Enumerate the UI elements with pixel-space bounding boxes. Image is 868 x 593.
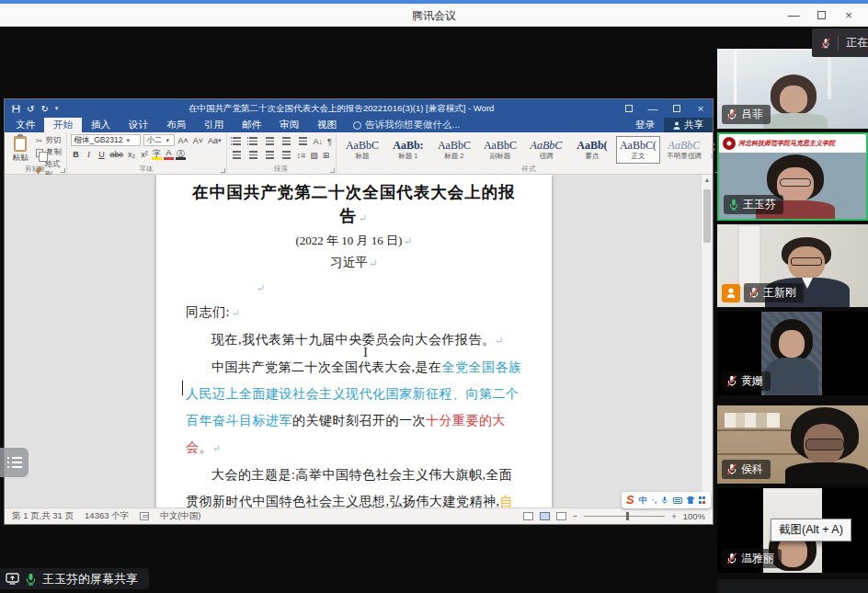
participant-video-wangyufen[interactable]: 河北科技师范学院马克思主义学院 王玉芬 (717, 132, 868, 221)
print-layout-icon[interactable] (540, 512, 550, 520)
meeting-toolbar[interactable]: 正在 (812, 29, 868, 57)
zoom-level[interactable]: 100% (683, 511, 705, 521)
dialog-launcher-icon[interactable] (221, 168, 225, 173)
vertical-scrollbar[interactable]: ▲ ▼ (701, 175, 712, 507)
character-border-button[interactable]: Ⓐ (176, 148, 186, 160)
save-icon[interactable] (12, 105, 20, 113)
style-不明显强调[interactable]: AaBbC不明显强调 (662, 136, 706, 164)
style-正文[interactable]: AaBbC(正文 (616, 136, 660, 164)
proofing-icon[interactable] (140, 512, 149, 520)
word-tab-开始[interactable]: 开始 (44, 118, 82, 132)
screen-share-banner[interactable]: 王玉芬的屏幕共享 (0, 568, 149, 589)
word-tab-审阅[interactable]: 审阅 (270, 118, 308, 132)
toolbox-icon[interactable] (699, 496, 706, 504)
participant-video-huangshan[interactable]: 黄姗 (717, 312, 868, 395)
participant-video-houke[interactable]: 侯科 (717, 405, 868, 484)
scrollbar-thumb[interactable] (703, 189, 711, 243)
maximize-button[interactable] (807, 4, 835, 27)
language-indicator[interactable]: 中文(中国) (160, 510, 200, 522)
word-tab-引用[interactable]: 引用 (195, 118, 233, 132)
dialog-launcher-icon[interactable] (330, 168, 335, 173)
voice-input-icon[interactable] (661, 496, 668, 505)
shading-icon[interactable]: ▨ (310, 150, 318, 161)
app-titlebar[interactable]: 腾讯会议 — × (0, 4, 868, 27)
style-副标题[interactable]: AaBbC副标题 (478, 136, 522, 164)
scroll-up-icon[interactable]: ▲ (702, 175, 713, 186)
dialog-launcher-icon[interactable] (61, 168, 65, 173)
style-标题 2[interactable]: AaBbC标题 2 (432, 136, 476, 164)
highlight-color-button[interactable]: 字 (152, 148, 162, 160)
word-titlebar[interactable]: ↺ ↻ ▾ 在中国共产党第二十次全国代表大会上的报告20221016(3)(1)… (5, 99, 713, 118)
sort-icon[interactable]: A↓ (314, 136, 324, 147)
participant-video-wangxingang[interactable]: 王新刚 (717, 224, 868, 307)
zoom-slider[interactable] (584, 516, 665, 517)
chinese-mode-icon[interactable]: 中 (639, 495, 647, 507)
style-要点[interactable]: AaBb(要点 (570, 136, 614, 164)
word-tab-插入[interactable]: 插入 (82, 118, 120, 132)
change-case-button[interactable]: Aa▾ (207, 134, 223, 146)
format-button-3[interactable]: abc (109, 148, 125, 160)
borders-icon[interactable]: ⊞ (323, 150, 330, 161)
skin-icon[interactable] (687, 496, 695, 504)
style-标题 1[interactable]: AaBb:标题 1 (386, 136, 430, 164)
redo-icon[interactable]: ↻ (40, 104, 48, 114)
copy-button[interactable]: 复制 (36, 147, 63, 158)
tell-me-box[interactable]: 告诉我你想要做什么... (346, 118, 467, 132)
word-tab-设计[interactable]: 设计 (120, 118, 157, 132)
participant-video-lvfei[interactable]: 吕菲 (717, 49, 868, 129)
undo-icon[interactable]: ↺ (27, 104, 34, 114)
word-count[interactable]: 14363 个字 (85, 510, 129, 522)
punctuation-icon[interactable]: ·, (652, 496, 657, 505)
input-method-toolbar[interactable]: S 中 ·, (622, 492, 711, 508)
line-spacing-icon[interactable]: ↕≡ (297, 150, 306, 161)
word-minimize-button[interactable]: — (641, 99, 665, 118)
share-button[interactable]: 共享 (664, 118, 713, 132)
font-size-select[interactable]: 小二▾ (143, 134, 175, 146)
align-center-icon[interactable] (247, 150, 259, 159)
word-close-button[interactable]: × (689, 99, 713, 118)
paste-button[interactable]: 粘贴 (8, 134, 32, 165)
shrink-font-button[interactable]: A˅ (192, 134, 204, 146)
minimize-button[interactable]: — (780, 4, 807, 27)
zoom-out-icon[interactable]: − (573, 511, 578, 521)
document-page[interactable]: 在中国共产党第二十次全国代表大会上的报告↵ (2022 年 10 月 16 日)… (156, 175, 552, 507)
style-标题[interactable]: AaBbC标题 (340, 136, 384, 164)
zoom-in-icon[interactable]: + (671, 511, 677, 521)
word-tab-邮件[interactable]: 邮件 (233, 118, 270, 132)
numbering-icon[interactable] (247, 136, 259, 145)
decrease-indent-icon[interactable] (280, 136, 292, 145)
close-button[interactable]: × (835, 4, 862, 27)
increase-indent-icon[interactable] (297, 136, 309, 145)
styles-gallery-scroll[interactable]: ▲▼≡ (710, 134, 717, 165)
sogou-logo-icon[interactable]: S (626, 493, 634, 507)
format-button-4[interactable]: x₂ (126, 148, 137, 160)
sign-in-button[interactable]: 登录 (626, 118, 664, 132)
format-button-2[interactable]: U (97, 148, 108, 160)
grow-font-button[interactable]: A˄ (177, 134, 189, 146)
format-button-1[interactable]: I (84, 148, 95, 160)
bullets-icon[interactable] (231, 136, 243, 145)
font-color-button[interactable]: A (164, 148, 174, 160)
word-tab-文件[interactable]: 文件 (6, 118, 44, 132)
multilevel-list-icon[interactable] (264, 136, 276, 145)
ribbon-display-options-icon[interactable] (617, 99, 641, 118)
justify-icon[interactable] (280, 150, 292, 159)
word-tab-视图[interactable]: 视图 (308, 118, 346, 132)
word-tab-布局[interactable]: 布局 (157, 118, 195, 132)
member-list-toggle[interactable] (0, 448, 29, 477)
format-button-5[interactable]: x² (139, 148, 150, 160)
style-强调[interactable]: AaBbC强调 (524, 136, 568, 164)
align-left-icon[interactable] (231, 150, 243, 159)
word-restore-button[interactable] (665, 99, 689, 118)
zoom-slider-thumb[interactable] (626, 512, 629, 520)
cut-button[interactable]: ✂剪切 (36, 135, 63, 146)
align-right-icon[interactable] (264, 150, 276, 159)
read-mode-icon[interactable] (523, 512, 533, 520)
web-layout-icon[interactable] (556, 512, 566, 520)
show-marks-icon[interactable]: ¶ (327, 136, 332, 147)
qat-dropdown-icon[interactable]: ▾ (55, 105, 59, 112)
format-button-0[interactable]: B (71, 148, 82, 160)
font-name-select[interactable]: 楷体_GB2312▾ (71, 134, 141, 146)
keyboard-icon[interactable] (673, 497, 682, 504)
participant-video-partial[interactable] (717, 579, 868, 593)
